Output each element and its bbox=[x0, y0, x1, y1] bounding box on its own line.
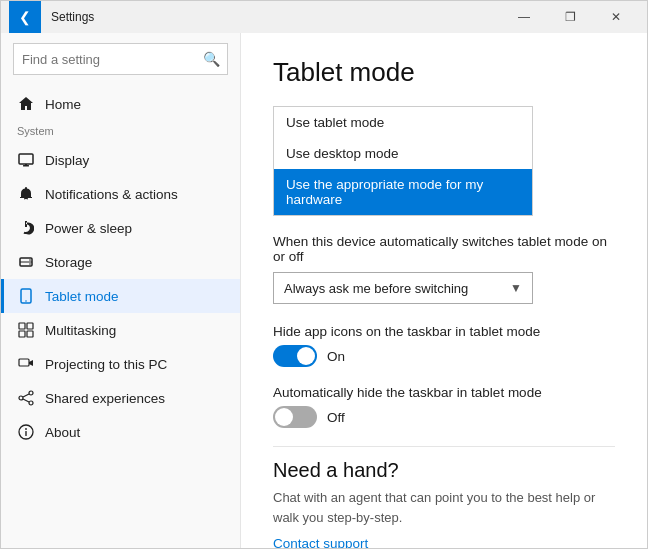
dropdown-option-tablet[interactable]: Use tablet mode bbox=[274, 107, 532, 138]
sidebar-item-multitasking[interactable]: Multitasking bbox=[1, 313, 240, 347]
svg-point-15 bbox=[19, 396, 23, 400]
svg-point-8 bbox=[25, 300, 27, 302]
divider-1 bbox=[273, 446, 615, 447]
power-icon bbox=[17, 219, 35, 237]
sidebar-item-display[interactable]: Display bbox=[1, 143, 240, 177]
app-window: ❮ Settings — ❐ ✕ 🔍 Home System bbox=[0, 0, 648, 549]
back-button[interactable]: ❮ bbox=[9, 1, 41, 33]
svg-point-6 bbox=[29, 263, 31, 265]
window-controls: — ❐ ✕ bbox=[501, 1, 639, 33]
chevron-down-icon: ▼ bbox=[510, 281, 522, 295]
sidebar-label-shared: Shared experiences bbox=[45, 391, 165, 406]
switch-value: Always ask me before switching bbox=[284, 281, 468, 296]
sidebar-item-notifications[interactable]: Notifications & actions bbox=[1, 177, 240, 211]
hide-icons-label: Hide app icons on the taskbar in tablet … bbox=[273, 324, 615, 339]
titlebar: ❮ Settings — ❐ ✕ bbox=[1, 1, 647, 33]
svg-rect-10 bbox=[27, 323, 33, 329]
sidebar-item-shared[interactable]: Shared experiences bbox=[1, 381, 240, 415]
sidebar-item-about[interactable]: About bbox=[1, 415, 240, 449]
svg-rect-9 bbox=[19, 323, 25, 329]
display-icon bbox=[17, 151, 35, 169]
need-hand-title: Need a hand? bbox=[273, 459, 615, 482]
switch-select[interactable]: Always ask me before switching ▼ bbox=[273, 272, 533, 304]
notifications-icon bbox=[17, 185, 35, 203]
storage-icon bbox=[17, 253, 35, 271]
svg-rect-0 bbox=[19, 154, 33, 164]
sidebar: 🔍 Home System Display Notifications bbox=[1, 33, 241, 548]
svg-rect-13 bbox=[19, 359, 29, 366]
shared-icon bbox=[17, 389, 35, 407]
search-input[interactable] bbox=[13, 43, 228, 75]
back-icon: ❮ bbox=[19, 9, 31, 25]
hide-taskbar-toggle-group: Off bbox=[273, 406, 615, 428]
sidebar-section-system: System bbox=[1, 121, 240, 143]
sidebar-label-notifications: Notifications & actions bbox=[45, 187, 178, 202]
search-box[interactable]: 🔍 bbox=[13, 43, 228, 75]
about-icon bbox=[17, 423, 35, 441]
mode-dropdown-list: Use tablet mode Use desktop mode Use the… bbox=[273, 106, 533, 216]
sidebar-label-tablet: Tablet mode bbox=[45, 289, 119, 304]
svg-point-21 bbox=[25, 428, 27, 430]
contact-support-link[interactable]: Contact support bbox=[273, 536, 368, 548]
svg-point-14 bbox=[29, 391, 33, 395]
sidebar-label-display: Display bbox=[45, 153, 89, 168]
sidebar-label-power: Power & sleep bbox=[45, 221, 132, 236]
svg-point-5 bbox=[29, 259, 31, 261]
sidebar-item-storage[interactable]: Storage bbox=[1, 245, 240, 279]
close-button[interactable]: ✕ bbox=[593, 1, 639, 33]
sidebar-label-about: About bbox=[45, 425, 80, 440]
sidebar-item-home[interactable]: Home bbox=[1, 87, 240, 121]
sidebar-label-home: Home bbox=[45, 97, 81, 112]
hide-icons-row: Hide app icons on the taskbar in tablet … bbox=[273, 324, 615, 367]
sidebar-item-projecting[interactable]: Projecting to this PC bbox=[1, 347, 240, 381]
hide-icons-state: On bbox=[327, 349, 345, 364]
dropdown-option-desktop[interactable]: Use desktop mode bbox=[274, 138, 532, 169]
page-title: Tablet mode bbox=[273, 57, 615, 88]
hide-icons-toggle-group: On bbox=[273, 345, 615, 367]
maximize-button[interactable]: ❐ bbox=[547, 1, 593, 33]
svg-line-17 bbox=[23, 394, 29, 397]
toggle-knob-on bbox=[297, 347, 315, 365]
sidebar-label-multitasking: Multitasking bbox=[45, 323, 116, 338]
search-icon: 🔍 bbox=[203, 51, 220, 67]
home-icon bbox=[17, 95, 35, 113]
sidebar-item-power[interactable]: Power & sleep bbox=[1, 211, 240, 245]
dropdown-option-appropriate[interactable]: Use the appropriate mode for my hardware bbox=[274, 169, 532, 215]
svg-rect-20 bbox=[25, 431, 26, 436]
switch-setting-label: When this device automatically switches … bbox=[273, 234, 615, 264]
svg-line-18 bbox=[23, 399, 29, 402]
svg-point-16 bbox=[29, 401, 33, 405]
hide-taskbar-toggle[interactable] bbox=[273, 406, 317, 428]
toggle-knob-off bbox=[275, 408, 293, 426]
main-content: Tablet mode Use tablet mode Use desktop … bbox=[241, 33, 647, 548]
hide-taskbar-row: Automatically hide the taskbar in tablet… bbox=[273, 385, 615, 428]
svg-rect-2 bbox=[25, 164, 27, 166]
hide-taskbar-label: Automatically hide the taskbar in tablet… bbox=[273, 385, 615, 400]
svg-rect-12 bbox=[27, 331, 33, 337]
minimize-button[interactable]: — bbox=[501, 1, 547, 33]
svg-rect-11 bbox=[19, 331, 25, 337]
hide-icons-toggle[interactable] bbox=[273, 345, 317, 367]
sidebar-label-projecting: Projecting to this PC bbox=[45, 357, 167, 372]
multitasking-icon bbox=[17, 321, 35, 339]
hide-taskbar-state: Off bbox=[327, 410, 345, 425]
sidebar-item-tablet[interactable]: Tablet mode bbox=[1, 279, 240, 313]
content-area: 🔍 Home System Display Notifications bbox=[1, 33, 647, 548]
projecting-icon bbox=[17, 355, 35, 373]
need-hand-desc: Chat with an agent that can point you to… bbox=[273, 488, 615, 527]
window-title: Settings bbox=[41, 10, 501, 24]
sidebar-label-storage: Storage bbox=[45, 255, 92, 270]
tablet-icon bbox=[17, 287, 35, 305]
